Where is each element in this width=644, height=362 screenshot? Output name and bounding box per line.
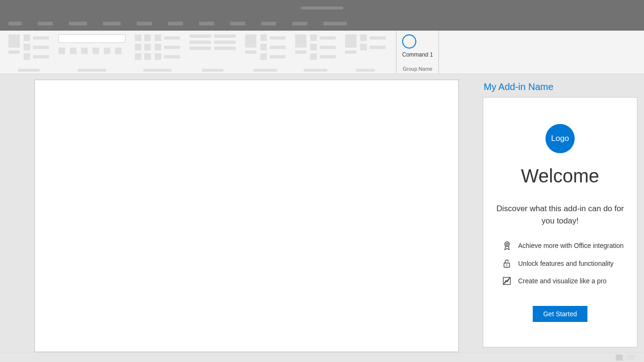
feature-text: Achieve more with Office integration <box>518 242 624 249</box>
ribbon-tab[interactable] <box>292 22 307 25</box>
ribbon-group <box>130 31 185 74</box>
work-area: My Add-in Name Logo Welcome Discover wha… <box>0 74 644 352</box>
ribbon-group <box>54 31 130 74</box>
window-titlebar <box>0 0 644 16</box>
ribbon-award-icon <box>502 241 512 250</box>
feature-list: Achieve more with Office integration Unl… <box>492 241 628 294</box>
title-placeholder <box>301 7 343 9</box>
status-bar <box>0 352 644 362</box>
ribbon-dropdown[interactable] <box>58 34 125 43</box>
command-group-label: Group Name <box>403 66 432 72</box>
ribbon-tab[interactable] <box>137 22 152 25</box>
ribbon-tabstrip <box>0 16 644 31</box>
feature-text: Create and visualize like a pro <box>518 277 607 285</box>
view-mode-button[interactable] <box>616 354 623 361</box>
ribbon: Command 1 Group Name <box>0 31 644 74</box>
ribbon-tab[interactable] <box>69 22 87 25</box>
task-pane: My Add-in Name Logo Welcome Discover wha… <box>481 74 644 352</box>
document-canvas[interactable] <box>34 80 459 352</box>
ribbon-tab[interactable] <box>323 22 347 25</box>
feature-item: Unlock features and functionality <box>502 259 628 268</box>
welcome-subheading: Discover what this add-in can do for you… <box>492 203 628 227</box>
ribbon-group <box>290 31 340 74</box>
view-mode-button[interactable] <box>627 354 635 361</box>
get-started-button[interactable]: Get Started <box>533 306 587 322</box>
welcome-heading: Welcome <box>521 165 599 187</box>
command-label[interactable]: Command 1 <box>402 51 433 58</box>
svg-line-5 <box>504 278 510 284</box>
ribbon-tab[interactable] <box>199 22 214 25</box>
ribbon-tab[interactable] <box>261 22 276 25</box>
feature-item: Achieve more with Office integration <box>502 241 628 250</box>
ribbon-addin-command-group: Command 1 Group Name <box>396 31 439 74</box>
ribbon-tab[interactable] <box>38 22 53 25</box>
ribbon-tab[interactable] <box>230 22 245 25</box>
ribbon-tab[interactable] <box>103 22 121 25</box>
svg-point-1 <box>506 243 508 245</box>
addin-logo: Logo <box>545 124 575 153</box>
feature-item: Create and visualize like a pro <box>502 277 628 285</box>
chart-design-icon <box>502 277 512 285</box>
ribbon-group <box>4 31 54 74</box>
ribbon-group <box>185 31 240 74</box>
ribbon-group <box>240 31 290 74</box>
ribbon-tab[interactable] <box>168 22 183 25</box>
task-pane-title: My Add-in Name <box>483 79 637 97</box>
ribbon-tab[interactable] <box>8 22 22 25</box>
command-circle-icon[interactable] <box>402 34 416 49</box>
task-pane-card: Logo Welcome Discover what this add-in c… <box>483 97 637 347</box>
ribbon-group <box>340 31 390 74</box>
feature-text: Unlock features and functionality <box>518 260 613 267</box>
svg-point-0 <box>504 242 509 247</box>
unlock-icon <box>502 259 512 268</box>
